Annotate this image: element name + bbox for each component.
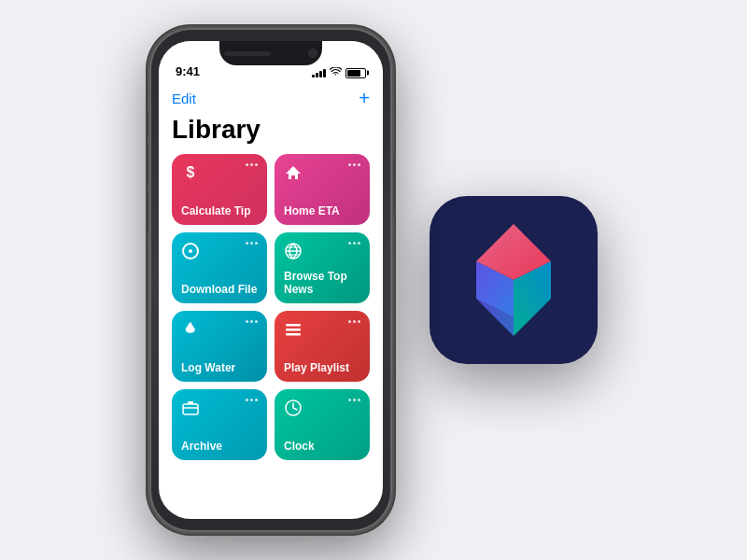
svg-rect-6 [286, 333, 301, 336]
card-label-play-playlist: Play Playlist [284, 361, 360, 374]
card-top [284, 399, 360, 422]
svg-rect-4 [286, 324, 301, 327]
more-options-icon[interactable] [246, 320, 258, 323]
svg-point-2 [189, 249, 192, 253]
scene: 9:41 [149, 28, 598, 532]
shortcut-card-home-eta[interactable]: Home ETA [275, 154, 370, 225]
shortcut-card-play-playlist[interactable]: Play Playlist [275, 311, 370, 382]
signal-icon [312, 68, 326, 77]
more-options-icon[interactable] [348, 163, 360, 166]
card-icon-home-eta [284, 163, 303, 187]
card-top [284, 242, 360, 265]
card-label-log-water: Log Water [181, 361, 258, 374]
add-button[interactable]: + [359, 88, 370, 109]
card-top: $ [181, 163, 258, 187]
more-options-icon[interactable] [246, 242, 258, 245]
card-label-home-eta: Home ETA [284, 204, 360, 217]
volume-down-button [146, 192, 148, 231]
volume-silent-button [146, 112, 148, 136]
card-icon-archive [181, 399, 200, 422]
shortcut-card-browse-top-news[interactable]: Browse Top News [275, 232, 370, 303]
card-label-download-file: Download File [181, 283, 258, 296]
card-label-clock: Clock [284, 440, 360, 453]
shortcuts-grid: $ Calculate Tip Home ETA [172, 154, 370, 460]
svg-rect-5 [286, 329, 301, 331]
page-title: Library [172, 115, 370, 145]
shortcut-card-calculate-tip[interactable]: $ Calculate Tip [172, 154, 267, 225]
more-options-icon[interactable] [348, 242, 360, 245]
power-button [393, 159, 396, 215]
card-icon-log-water [181, 320, 200, 343]
card-top [284, 320, 360, 343]
more-options-icon[interactable] [246, 399, 258, 401]
more-options-icon[interactable] [246, 163, 258, 166]
svg-text:$: $ [187, 164, 195, 180]
status-time: 9:41 [176, 64, 200, 78]
shortcut-card-download-file[interactable]: Download File [172, 232, 267, 303]
card-label-browse-top-news: Browse Top News [284, 270, 360, 296]
edit-button[interactable]: Edit [172, 91, 196, 106]
svg-rect-8 [188, 401, 193, 404]
volume-up-button [146, 146, 148, 185]
toolbar: Edit + [172, 88, 370, 109]
wifi-icon [330, 67, 342, 78]
card-top [181, 242, 258, 265]
notch [219, 41, 322, 65]
card-top [181, 320, 258, 343]
card-icon-play-playlist [284, 320, 303, 343]
shortcuts-logo [448, 215, 579, 345]
iphone-screen: 9:41 [159, 41, 383, 519]
front-camera [308, 49, 317, 58]
speaker [224, 51, 271, 56]
status-icons [312, 67, 366, 78]
shortcut-card-archive[interactable]: Archive [172, 389, 267, 460]
card-icon-browse-top-news [284, 242, 303, 265]
card-icon-clock [284, 399, 303, 422]
card-label-archive: Archive [181, 440, 258, 453]
shortcut-card-log-water[interactable]: Log Water [172, 311, 267, 382]
app-content: Edit + Library $ Calculate Tip [159, 82, 383, 473]
card-icon-download-file [181, 242, 200, 265]
shortcut-card-clock[interactable]: Clock [275, 389, 370, 460]
more-options-icon[interactable] [348, 320, 360, 323]
card-top [181, 399, 258, 422]
more-options-icon[interactable] [348, 399, 360, 401]
iphone-frame: 9:41 [149, 28, 392, 532]
svg-rect-7 [183, 404, 198, 414]
card-label-calculate-tip: Calculate Tip [181, 204, 258, 217]
card-icon-calculate-tip: $ [181, 163, 200, 187]
battery-icon [345, 68, 366, 78]
card-top [284, 163, 360, 187]
shortcuts-app-icon [430, 196, 598, 364]
